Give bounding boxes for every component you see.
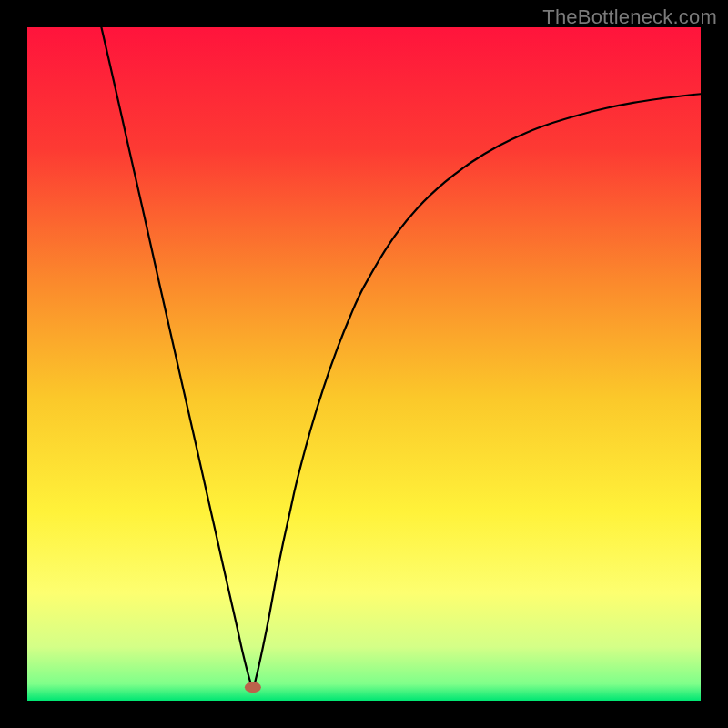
chart-frame: TheBottleneck.com (0, 0, 728, 728)
watermark-text: TheBottleneck.com (542, 5, 717, 29)
plot-area (27, 27, 701, 701)
gradient-background (27, 27, 701, 701)
marker-dot (245, 682, 261, 693)
chart-svg (27, 27, 701, 701)
